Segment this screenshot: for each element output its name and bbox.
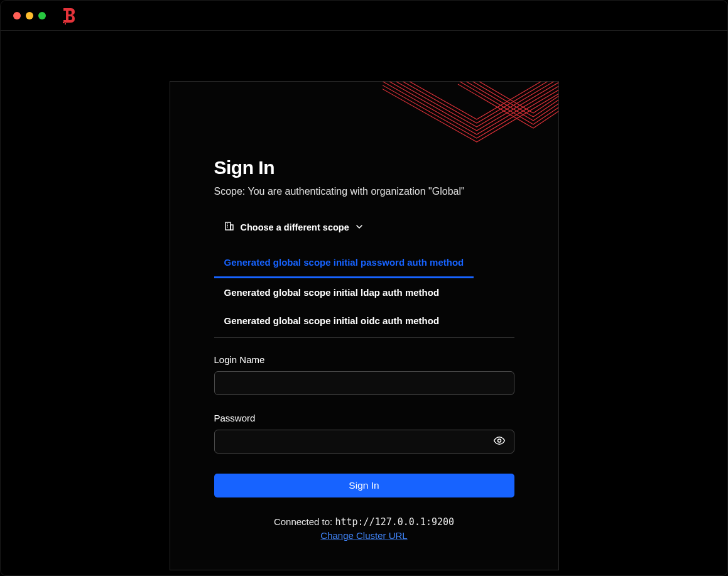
page-title: Sign In: [214, 157, 514, 178]
svg-rect-1: [65, 23, 66, 24]
password-label: Password: [214, 413, 514, 423]
close-window-button[interactable]: [13, 12, 21, 19]
maximize-window-button[interactable]: [38, 12, 46, 19]
cluster-url: http://127.0.0.1:9200: [335, 516, 454, 528]
divider: [214, 337, 514, 338]
eye-icon: [493, 435, 506, 449]
toggle-password-visibility-button[interactable]: [491, 432, 508, 452]
connected-label: Connected to:: [274, 516, 335, 527]
login-name-input[interactable]: [214, 371, 514, 395]
auth-method-oidc-tab[interactable]: Generated global scope initial oidc auth…: [214, 307, 514, 335]
auth-method-tabs: Generated global scope initial password …: [214, 248, 514, 335]
main-content: Sign In Scope: You are authenticating wi…: [1, 31, 727, 570]
scope-description: Scope: You are authenticating with organ…: [214, 185, 514, 198]
connected-to-text: Connected to: http://127.0.0.1:9200: [214, 516, 514, 528]
sign-in-button-label: Sign In: [349, 480, 379, 491]
svg-point-7: [497, 439, 501, 442]
choose-scope-label: Choose a different scope: [241, 222, 349, 232]
auth-method-label: Generated global scope initial oidc auth…: [224, 315, 440, 326]
svg-rect-3: [231, 225, 233, 230]
chevron-down-icon: [356, 222, 363, 232]
app-window: Sign In Scope: You are authenticating wi…: [0, 0, 728, 576]
titlebar: [1, 1, 727, 31]
login-name-field-wrap: [214, 371, 514, 395]
sign-in-button[interactable]: Sign In: [214, 474, 514, 497]
signin-card: Sign In Scope: You are authenticating wi…: [170, 81, 559, 570]
auth-method-ldap-tab[interactable]: Generated global scope initial ldap auth…: [214, 278, 514, 307]
brand-icon: [61, 7, 77, 24]
auth-method-label: Generated global scope initial password …: [224, 257, 464, 268]
login-name-label: Login Name: [214, 354, 514, 365]
auth-method-password-tab[interactable]: Generated global scope initial password …: [214, 248, 474, 278]
footer: Connected to: http://127.0.0.1:9200 Chan…: [214, 516, 514, 541]
organization-icon: [224, 221, 234, 233]
card-body: Sign In Scope: You are authenticating wi…: [170, 82, 558, 541]
choose-scope-button[interactable]: Choose a different scope: [214, 217, 363, 237]
svg-rect-2: [225, 222, 231, 230]
password-field-wrap: [214, 430, 514, 454]
minimize-window-button[interactable]: [26, 12, 33, 19]
change-cluster-url-link[interactable]: Change Cluster URL: [320, 530, 407, 541]
auth-method-label: Generated global scope initial ldap auth…: [224, 287, 440, 298]
svg-rect-0: [63, 22, 64, 23]
password-input[interactable]: [214, 430, 514, 454]
window-controls: [13, 12, 46, 19]
